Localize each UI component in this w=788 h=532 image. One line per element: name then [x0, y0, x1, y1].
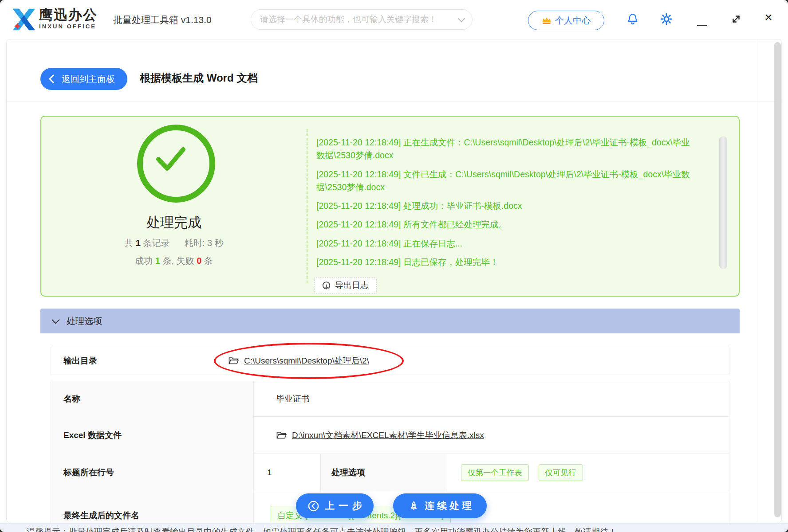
- total-count: 1: [136, 238, 141, 248]
- circle-back-icon: [307, 500, 319, 512]
- previous-step-button[interactable]: 上一步: [296, 493, 374, 518]
- minimize-icon: [697, 25, 707, 26]
- chevron-down-icon: [458, 15, 465, 23]
- badge-visible-rows: 仅可见行: [539, 464, 583, 481]
- status-title: 处理完成: [41, 213, 307, 232]
- table-row-name: 名称 毕业证书: [51, 381, 729, 417]
- resize-diagonal-icon: [730, 13, 742, 25]
- process-result-panel: 处理完成 共 1 条记录 耗时: 3 秒 成功 1 条, 失败 0 条 [202…: [40, 116, 740, 297]
- process-options-label: 处理选项: [331, 467, 365, 478]
- title-bar: 鹰迅办公 INXUN OFFICE 批量处理工具箱 v1.13.0 请选择一个具…: [0, 0, 788, 39]
- log-divider-dashed: [307, 129, 307, 283]
- back-to-dashboard-button[interactable]: 返回到主面板: [40, 68, 127, 90]
- excel-file-link[interactable]: D:\inxun\文档素材\EXCEL素材\学生毕业信息表.xlsx: [292, 430, 484, 441]
- success-fail-line: 成功 1 条, 失败 0 条: [41, 255, 307, 267]
- previous-step-label: 上一步: [325, 499, 366, 512]
- header-line-label: 标题所在行号: [63, 467, 114, 478]
- search-placeholder: 请选择一个具体的功能，也可输入关键字搜索！: [260, 14, 459, 25]
- table-row-excel: Excel 数据文件 D:\inxun\文档素材\EXCEL素材\学生毕业信息表…: [51, 417, 729, 454]
- footer-ticker-text: 温馨提示：批量处理完成后请及时查看输出目录中的生成文件，如需处理更多任务可点击连…: [0, 526, 788, 532]
- brand-block: 鹰迅办公 INXUN OFFICE: [39, 8, 98, 31]
- continue-process-label: 连续处理: [425, 499, 474, 512]
- section-title: 处理选项: [67, 315, 102, 327]
- table-row-filename: 最终生成后的文件名 自定义 {Contents.1}{Contents.2}{C…: [51, 491, 729, 523]
- log-entry: [2025-11-20 12:18:49] 所有文件都已经处理完成。: [316, 218, 693, 231]
- process-log-list: [2025-11-20 12:18:49] 正在生成文件：C:\Users\sq…: [316, 136, 693, 274]
- success-check-icon: [137, 125, 215, 203]
- brand-name: 鹰迅办公: [39, 8, 98, 23]
- output-dir-row: 输出目录 C:\Users\sqmil\Desktop\处理后\2\: [51, 347, 729, 375]
- name-label: 名称: [63, 393, 80, 405]
- processing-options-section-header[interactable]: 处理选项: [40, 309, 740, 333]
- resize-button[interactable]: [730, 12, 742, 26]
- export-log-button[interactable]: 导出日志: [314, 277, 377, 294]
- rocket-icon: [408, 501, 419, 512]
- folder-open-icon: [276, 431, 287, 440]
- name-value: 毕业证书: [276, 393, 310, 405]
- success-count: 1: [155, 256, 160, 266]
- back-button-label: 返回到主面板: [62, 73, 115, 85]
- filename-label: 最终生成后的文件名: [63, 510, 139, 521]
- footer-ticker: 温馨提示：批量处理完成后请及时查看输出目录中的生成文件，如需处理更多任务可点击连…: [0, 523, 788, 532]
- log-entry: [2025-11-20 12:18:49] 正在保存日志...: [316, 237, 693, 250]
- folder-open-icon: [228, 356, 239, 365]
- log-scrollbar[interactable]: [719, 136, 727, 269]
- export-log-label: 导出日志: [335, 280, 369, 291]
- excel-file-label: Excel 数据文件: [63, 430, 122, 441]
- chevron-down-icon: [51, 316, 59, 324]
- page-title: 根据模板生成 Word 文档: [140, 71, 258, 85]
- inxun-logo-icon: [12, 7, 36, 32]
- log-entry: [2025-11-20 12:18:49] 日志已保存，处理完毕！: [316, 256, 693, 269]
- badge-first-sheet: 仅第一个工作表: [461, 464, 529, 481]
- elapsed-time: 耗时: 3 秒: [185, 238, 224, 248]
- app-title: 批量处理工具箱 v1.13.0: [113, 14, 212, 26]
- log-entry: [2025-11-20 12:18:49] 正在生成文件：C:\Users\sq…: [316, 136, 693, 162]
- header-divider: [7, 102, 781, 102]
- process-option-badges: 仅第一个工作表 仅可见行: [446, 454, 729, 491]
- close-button[interactable]: ×: [762, 11, 775, 24]
- main-content-card: 返回到主面板 根据模板生成 Word 文档 处理完成 共 1 条记录 耗时: 3…: [6, 39, 782, 523]
- personal-center-button[interactable]: 个人中心: [528, 11, 604, 30]
- brand-subtitle: INXUN OFFICE: [39, 23, 98, 31]
- output-dir-link[interactable]: C:\Users\sqmil\Desktop\处理后\2\: [244, 355, 369, 367]
- fail-count: 0: [197, 256, 201, 266]
- minimize-button[interactable]: [696, 19, 708, 32]
- table-row-header-line: 标题所在行号 1 处理选项 仅第一个工作表 仅可见行: [51, 454, 729, 491]
- personal-center-label: 个人中心: [555, 15, 591, 27]
- close-icon: ×: [764, 11, 772, 24]
- chevron-left-icon: [49, 74, 58, 83]
- function-search-select[interactable]: 请选择一个具体的功能，也可输入关键字搜索！: [251, 9, 473, 30]
- app-window: 鹰迅办公 INXUN OFFICE 批量处理工具箱 v1.13.0 请选择一个具…: [0, 0, 788, 532]
- record-count-line: 共 1 条记录 耗时: 3 秒: [41, 237, 307, 249]
- settings-gear-icon[interactable]: [660, 12, 673, 26]
- crown-icon: [542, 16, 552, 24]
- page-scrollbar[interactable]: [774, 42, 781, 517]
- log-entry: [2025-11-20 12:18:49] 处理成功：毕业证书-模板.docx: [316, 200, 693, 212]
- header-line-value: 1: [267, 468, 272, 477]
- notification-bell-icon[interactable]: [626, 12, 639, 26]
- content-edge-line: [757, 39, 757, 523]
- result-summary: 处理完成 共 1 条记录 耗时: 3 秒 成功 1 条, 失败 0 条: [41, 117, 307, 296]
- continue-process-button[interactable]: 连续处理: [393, 493, 487, 518]
- download-icon: [322, 282, 331, 290]
- options-table: 名称 毕业证书 Excel 数据文件 D:\inxun\文档素材\EXCEL素材…: [51, 381, 729, 523]
- log-entry: [2025-11-20 12:18:49] 文件已生成：C:\Users\sqm…: [316, 168, 693, 194]
- output-dir-label: 输出目录: [63, 355, 97, 367]
